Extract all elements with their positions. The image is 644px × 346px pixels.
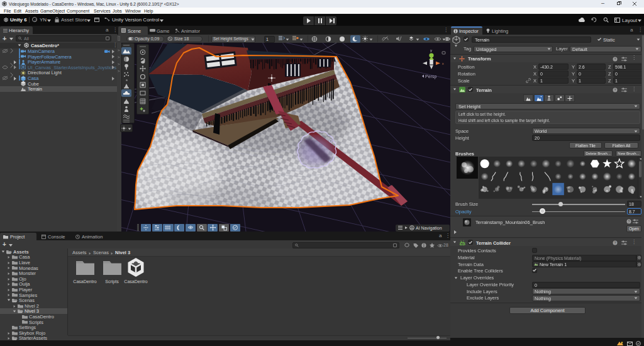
svg-text:y: y <box>430 48 432 52</box>
svg-text:Persp: Persp <box>425 74 436 79</box>
svg-text:?: ? <box>628 220 630 223</box>
svg-text:?: ? <box>614 57 616 61</box>
svg-text:x: x <box>442 62 444 65</box>
svg-text:?: ? <box>614 241 616 245</box>
svg-text:?: ? <box>614 88 616 92</box>
